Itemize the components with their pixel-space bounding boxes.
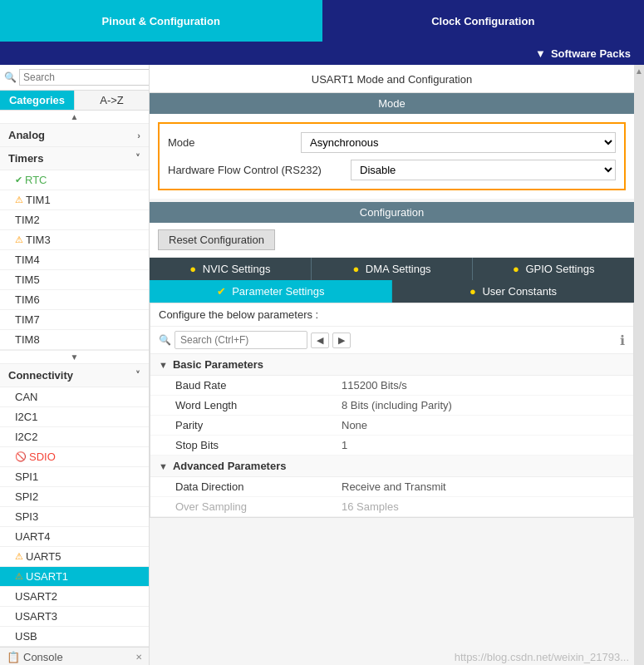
param-row-parity: Parity None [150,416,633,436]
sidebar-item-tim5[interactable]: TIM5 [0,270,149,290]
top-header: Pinout & Configuration Clock Configurati… [0,0,644,65]
tab-gpio-settings[interactable]: ● GPIO Settings [473,258,634,280]
param-title: Configure the below parameters : [150,303,633,327]
mode-label: Mode [168,136,301,149]
mode-section-header: Mode [150,93,634,114]
param-check-icon: ✔ [217,285,226,298]
param-next-button[interactable]: ▶ [332,332,351,348]
config-section-header: Configuration [150,202,634,223]
sidebar-item-tim8[interactable]: TIM8 [0,330,149,350]
nvic-check-icon: ● [189,263,196,275]
warn-icon: ⚠ [15,234,23,245]
sidebar-item-spi3[interactable]: SPI3 [0,507,149,527]
search-icon: 🔍 [159,334,171,346]
right-scroll-bar: ▲ [634,65,644,665]
dma-check-icon: ● [352,263,359,275]
param-search-input[interactable] [175,331,307,349]
ban-icon: 🚫 [15,451,27,462]
software-packs-bar[interactable]: ▼ Software Packs [0,42,644,65]
chevron-right-icon: › [137,131,140,140]
param-row-over-sampling: Over Sampling 16 Samples [150,497,633,517]
warn-icon: ⚠ [15,571,23,582]
sidebar-group-connectivity: Connectivity ˅ CAN I2C1 I2C2 🚫 SDIO SPI1… [0,364,149,647]
tab-nvic-settings[interactable]: ● NVIC Settings [150,258,312,280]
sidebar-item-uart5[interactable]: ⚠ UART5 [0,547,149,567]
watermark: https://blog.csdn.net/weixin_21793... [150,649,634,665]
check-icon: ✔ [15,175,22,185]
sidebar-item-i2c1[interactable]: I2C1 [0,407,149,427]
param-row-baud-rate: Baud Rate 115200 Bits/s [150,376,633,396]
sidebar-item-tim7[interactable]: TIM7 [0,310,149,330]
param-row-data-direction: Data Direction Receive and Transmit [150,477,633,497]
sidebar-group-analog: Analog › [0,124,149,147]
param-row-stop-bits: Stop Bits 1 [150,436,633,456]
content-title: USART1 Mode and Configuration [150,65,634,93]
warn-icon: ⚠ [15,551,23,562]
chevron-down-icon: ▼ [535,47,546,60]
collapse-icon: ▼ [159,461,168,471]
user-const-check-icon: ● [469,285,476,298]
sidebar-item-can[interactable]: CAN [0,387,149,407]
pinout-tab[interactable]: Pinout & Configuration [0,0,322,42]
clock-tab[interactable]: Clock Configuration [322,0,645,42]
param-prev-button[interactable]: ◀ [311,332,329,348]
scroll-up-indicator[interactable]: ▲ [635,66,643,76]
sidebar-item-rtc[interactable]: ✔ RTC [0,170,149,190]
sidebar-search-input[interactable] [19,69,150,86]
parameter-area: Configure the below parameters : 🔍 ◀ ▶ ℹ… [150,303,634,518]
search-icon: 🔍 [4,71,17,83]
scroll-up-icon[interactable]: ▲ [71,112,79,121]
content-area: USART1 Mode and Configuration Mode Mode … [150,65,634,665]
sidebar-item-usart3[interactable]: USART3 [0,607,149,627]
sidebar-item-uart4[interactable]: UART4 [0,527,149,547]
mode-select[interactable]: Asynchronous [301,132,616,153]
close-icon[interactable]: ✕ [135,653,142,662]
gpio-check-icon: ● [513,263,519,275]
sidebar: 🔍 ⚙ Categories A->Z ▲ Analog › [0,65,150,665]
sidebar-item-tim3[interactable]: ⚠ TIM3 [0,230,149,250]
sidebar-item-tim4[interactable]: TIM4 [0,250,149,270]
console-icon: 📋 [7,651,20,663]
basic-params-group-header[interactable]: ▼ Basic Parameters [150,354,633,376]
sidebar-group-timers-header[interactable]: Timers ˅ [0,147,149,170]
config-section: Configuration Reset Configuration ● NVIC… [150,202,634,518]
sidebar-item-spi1[interactable]: SPI1 [0,467,149,487]
tab-dma-settings[interactable]: ● DMA Settings [312,258,474,280]
param-row-word-length: Word Length 8 Bits (including Parity) [150,396,633,416]
mode-section: Mode Mode Asynchronous Hardware Flow Con… [150,93,634,199]
flow-control-label: Hardware Flow Control (RS232) [168,164,351,176]
sidebar-group-analog-header[interactable]: Analog › [0,124,149,147]
sidebar-item-i2c2[interactable]: I2C2 [0,427,149,447]
sidebar-item-tim6[interactable]: TIM6 [0,290,149,310]
sidebar-group-timers: Timers ˅ ✔ RTC ⚠ TIM1 TIM2 ⚠ TIM3 TIM4 [0,147,149,350]
sidebar-item-tim1[interactable]: ⚠ TIM1 [0,190,149,210]
chevron-down-icon: ˅ [135,370,140,381]
tab-parameter-settings[interactable]: ✔ Parameter Settings [150,280,392,303]
sidebar-item-tim2[interactable]: TIM2 [0,210,149,230]
advanced-params-group-header[interactable]: ▼ Advanced Parameters [150,456,633,477]
sidebar-item-usart1[interactable]: ⚠ USART1 [0,567,149,587]
sidebar-group-connectivity-header[interactable]: Connectivity ˅ [0,364,149,387]
tab-az[interactable]: A->Z [74,91,149,110]
warn-icon: ⚠ [15,195,23,205]
sidebar-item-spi2[interactable]: SPI2 [0,487,149,507]
sidebar-item-sdio[interactable]: 🚫 SDIO [0,447,149,467]
chevron-down-icon: ˅ [135,153,140,164]
sidebar-item-usart2[interactable]: USART2 [0,587,149,607]
tab-categories[interactable]: Categories [0,91,74,110]
tab-user-constants[interactable]: ● User Constants [392,280,634,303]
flow-control-select[interactable]: Disable [351,160,616,180]
reset-configuration-button[interactable]: Reset Configuration [158,229,275,250]
sidebar-item-usb[interactable]: USB [0,627,149,647]
collapse-icon: ▼ [159,360,168,370]
scroll-down-icon[interactable]: ▼ [71,352,79,362]
info-icon[interactable]: ℹ [620,332,625,348]
